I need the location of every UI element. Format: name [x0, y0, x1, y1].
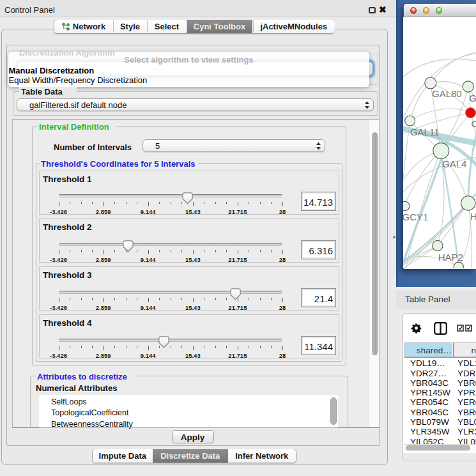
svg-text:CYC8: CYC8	[472, 118, 476, 129]
svg-text:HIS4: HIS4	[470, 211, 476, 222]
svg-text:GCY1: GCY1	[403, 211, 428, 222]
svg-text:HAP2: HAP2	[438, 252, 463, 263]
svg-text:GAL11: GAL11	[410, 127, 440, 137]
svg-text:GAL4: GAL4	[442, 158, 466, 169]
svg-text:GAL80: GAL80	[432, 88, 462, 99]
svg-text:GAL7: GAL7	[469, 93, 476, 104]
